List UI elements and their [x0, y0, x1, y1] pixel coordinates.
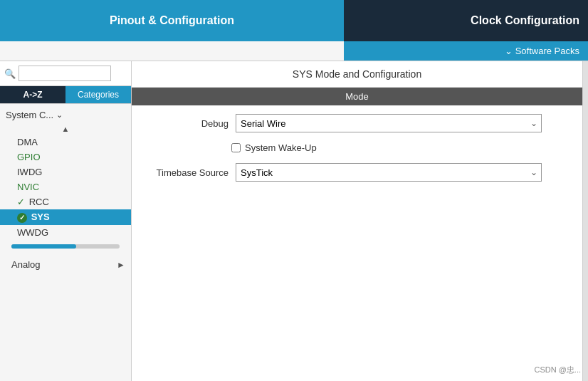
timebase-select-wrapper: SysTick TIM1 TIM2 ⌄ [236, 163, 542, 182]
progress-fill [11, 244, 76, 249]
software-packs-label: Software Packs [515, 46, 579, 56]
chevron-down-icon: ⌄ [505, 46, 513, 56]
analog-label: Analog [11, 259, 40, 270]
content-title: SYS Mode and Configuration [132, 61, 582, 88]
timebase-label: Timebase Source [143, 167, 236, 178]
tab-az[interactable]: A->Z [0, 86, 65, 103]
tab-az-label: A->Z [23, 90, 43, 100]
sidebar-content: System C... ⌄ ▲ DMA GPIO IWDG NVIC ✓ [0, 104, 131, 381]
timebase-row: Timebase Source SysTick TIM1 TIM2 ⌄ [143, 163, 571, 182]
config-body: Debug Serial Wire No Debug JTAG (5 pins)… [132, 105, 582, 381]
arrow-up-icon: ▲ [0, 125, 131, 133]
sidebar-item-iwdg[interactable]: IWDG [0, 165, 131, 179]
progress-bar [11, 244, 120, 249]
sidebar-tabs: A->Z Categories [0, 86, 131, 104]
sidebar-item-analog[interactable]: Analog ► [0, 256, 131, 273]
main-area: 🔍 A->Z Categories System C... ⌄ ▲ DMA GP [0, 61, 588, 381]
sidebar-progress [0, 240, 131, 253]
search-icon: 🔍 [4, 68, 16, 79]
debug-row: Debug Serial Wire No Debug JTAG (5 pins)… [143, 114, 571, 132]
sidebar-item-dma[interactable]: DMA [0, 135, 131, 150]
content-panel: SYS Mode and Configuration Mode Debug Se… [132, 61, 582, 381]
sidebar-item-rcc[interactable]: ✓ RCC [0, 194, 131, 209]
sidebar-item-nvic[interactable]: NVIC [0, 179, 131, 194]
chevron-right-icon: ► [117, 260, 125, 270]
mode-section: Mode [132, 88, 582, 105]
search-input[interactable] [19, 66, 111, 81]
timebase-select[interactable]: SysTick TIM1 TIM2 [236, 163, 542, 182]
tab-categories-label: Categories [78, 90, 119, 100]
debug-select-wrapper: Serial Wire No Debug JTAG (5 pins) JTAG … [236, 114, 542, 132]
debug-select[interactable]: Serial Wire No Debug JTAG (5 pins) JTAG … [236, 114, 542, 132]
search-bar: 🔍 [0, 61, 131, 86]
system-c-label: System C... [6, 110, 53, 120]
pinout-config-label: Pinout & Configuration [110, 14, 234, 27]
watermark: CSDN @忠... [534, 365, 581, 375]
clock-config-label: Clock Configuration [344, 0, 588, 41]
sidebar-item-gpio[interactable]: GPIO [0, 150, 131, 165]
system-wakeup-row: System Wake-Up [143, 142, 571, 153]
check-icon: ✓ [17, 197, 25, 207]
system-c-group[interactable]: System C... ⌄ [0, 107, 131, 123]
debug-label: Debug [143, 118, 236, 129]
chevron-down-icon: ⌄ [56, 110, 63, 120]
check-circle-icon: ✓ [17, 213, 27, 223]
pinout-config-tab[interactable]: Pinout & Configuration [0, 0, 344, 41]
system-wakeup-checkbox[interactable] [231, 143, 241, 152]
mode-label: Mode [345, 91, 369, 102]
scrollbar-right[interactable] [582, 61, 588, 381]
sidebar: 🔍 A->Z Categories System C... ⌄ ▲ DMA GP [0, 61, 132, 381]
sidebar-item-wwdg[interactable]: WWDG [0, 225, 131, 240]
software-packs-bar[interactable]: ⌄ Software Packs [344, 41, 588, 61]
top-bar: Pinout & Configuration Clock Configurati… [0, 0, 588, 41]
sidebar-item-sys[interactable]: ✓ SYS [0, 209, 131, 225]
system-wakeup-label: System Wake-Up [245, 142, 317, 153]
tab-categories[interactable]: Categories [65, 86, 131, 103]
clock-config-tab[interactable]: Clock Configuration [344, 0, 588, 41]
